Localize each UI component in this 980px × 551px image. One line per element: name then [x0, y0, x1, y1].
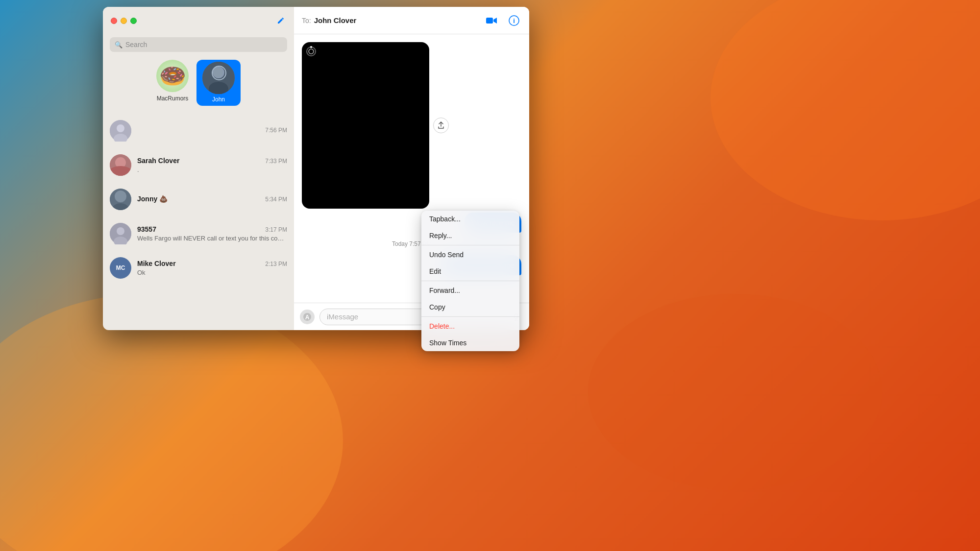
conv-content-93557: 93557 3:17 PM Wells Fargo will NEVER cal…: [137, 225, 287, 242]
search-input[interactable]: Search: [125, 41, 282, 48]
context-menu-delete[interactable]: Delete...: [421, 318, 519, 335]
conv-header-sarah: Sarah Clover 7:33 PM: [137, 157, 287, 165]
context-menu: Tapback... Reply... Undo Send Edit Forwa…: [421, 211, 519, 351]
conv-avatar-mike: MC: [110, 257, 131, 279]
conv-item-93557[interactable]: 93557 3:17 PM Wells Fargo will NEVER cal…: [103, 216, 294, 251]
conv-header-mike: Mike Clover 2:13 PM: [137, 260, 287, 267]
image-loading-indicator: [306, 46, 317, 59]
conv-content-mike: Mike Clover 2:13 PM Ok: [137, 260, 287, 276]
conv-name-93557: 93557: [137, 225, 156, 233]
svg-point-1: [710, 0, 980, 220]
context-menu-show-times[interactable]: Show Times: [421, 335, 519, 351]
search-icon: 🔍: [115, 41, 122, 48]
context-menu-copy[interactable]: Copy: [421, 299, 519, 315]
svg-point-24: [309, 49, 314, 54]
close-button[interactable]: [111, 18, 117, 24]
svg-point-8: [117, 124, 124, 132]
conv-item-sarah[interactable]: Sarah Clover 7:33 PM .: [103, 148, 294, 182]
apps-button[interactable]: A: [300, 310, 315, 324]
sidebar: 🔍 Search 🍩 MacRumors: [103, 7, 294, 330]
conv-avatar-93557: [110, 223, 131, 244]
svg-point-17: [117, 227, 124, 235]
conv-item-mike[interactable]: MC Mike Clover 2:13 PM Ok: [103, 251, 294, 285]
john-photo: [202, 62, 235, 94]
image-message: [302, 42, 429, 209]
john-selected-container: John: [196, 60, 241, 106]
chat-contact-name: John Clover: [314, 16, 357, 24]
conv-avatar-unknown1: [110, 120, 131, 142]
context-menu-forward[interactable]: Forward...: [421, 282, 519, 299]
conv-time-jonny: 5:34 PM: [265, 196, 287, 203]
conv-item-unknown1[interactable]: 7:56 PM: [103, 114, 294, 148]
svg-point-4: [213, 67, 224, 78]
svg-point-0: [0, 294, 343, 551]
svg-point-22: [307, 47, 316, 56]
conv-time-sarah: 7:33 PM: [265, 158, 287, 165]
john-name: John: [212, 96, 225, 103]
context-menu-divider-3: [421, 316, 519, 317]
conv-content-sarah: Sarah Clover 7:33 PM .: [137, 157, 287, 173]
input-placeholder: iMessage: [327, 312, 358, 321]
conversation-list: 7:56 PM Sarah Clover 7:33 PM: [103, 114, 294, 330]
search-bar[interactable]: 🔍 Search: [110, 37, 287, 52]
traffic-lights: [111, 18, 137, 24]
conv-content-jonny: Jonny 💩 5:34 PM: [137, 195, 287, 204]
conv-item-jonny[interactable]: Jonny 💩 5:34 PM: [103, 182, 294, 216]
conv-preview-mike: Ok: [137, 269, 287, 276]
john-avatar: [202, 62, 235, 94]
sidebar-titlebar: [103, 7, 294, 34]
svg-point-6: [215, 70, 218, 73]
chat-header: To: John Clover i: [294, 7, 529, 34]
donut-emoji: 🍩: [159, 65, 186, 87]
context-menu-reply[interactable]: Reply...: [421, 227, 519, 244]
context-menu-tapback[interactable]: Tapback...: [421, 211, 519, 227]
chat-header-title: To: John Clover: [302, 16, 356, 24]
conv-avatar-jonny: [110, 189, 131, 210]
context-menu-undo-send[interactable]: Undo Send: [421, 246, 519, 263]
conv-avatar-sarah: [110, 154, 131, 176]
conv-time-mike: 2:13 PM: [265, 261, 287, 267]
facetime-video-button[interactable]: [484, 13, 499, 28]
share-button[interactable]: [433, 118, 449, 133]
svg-point-10: [110, 154, 131, 176]
conv-preview-93557: Wells Fargo will NEVER call or text you …: [137, 235, 287, 242]
conv-preview-sarah: .: [137, 166, 287, 173]
conv-header-unknown1: 7:56 PM: [137, 127, 287, 134]
conv-time-unknown1: 7:56 PM: [265, 127, 287, 134]
svg-text:A: A: [305, 314, 310, 321]
pinned-contact-john[interactable]: John: [196, 60, 241, 106]
pinned-contact-macrumors[interactable]: 🍩 MacRumors: [156, 60, 189, 106]
svg-text:i: i: [513, 17, 515, 24]
chat-header-actions: i: [484, 13, 521, 28]
conv-name-jonny: Jonny 💩: [137, 195, 168, 203]
svg-point-12: [113, 169, 128, 176]
context-menu-divider-2: [421, 281, 519, 281]
conv-content-unknown1: 7:56 PM: [137, 127, 287, 135]
minimize-button[interactable]: [121, 18, 127, 24]
conv-header-93557: 93557 3:17 PM: [137, 225, 287, 233]
chat-to-label: To:: [302, 17, 311, 24]
macrumors-avatar: 🍩: [156, 60, 189, 92]
conv-name-mike: Mike Clover: [137, 260, 176, 267]
svg-point-2: [588, 294, 882, 490]
svg-rect-19: [486, 18, 493, 24]
compose-button[interactable]: [275, 15, 286, 26]
context-menu-edit[interactable]: Edit: [421, 263, 519, 280]
svg-point-11: [116, 158, 125, 167]
message-image-content: [302, 42, 429, 209]
macrumors-name: MacRumors: [157, 95, 189, 102]
svg-point-23: [310, 46, 312, 48]
maximize-button[interactable]: [130, 18, 137, 24]
context-menu-divider-1: [421, 245, 519, 245]
conv-name-sarah: Sarah Clover: [137, 157, 179, 165]
info-button[interactable]: i: [507, 13, 521, 28]
svg-point-14: [116, 192, 125, 201]
conv-time-93557: 3:17 PM: [265, 226, 287, 233]
pinned-contacts: 🍩 MacRumors: [103, 57, 294, 114]
conv-header-jonny: Jonny 💩 5:34 PM: [137, 195, 287, 203]
